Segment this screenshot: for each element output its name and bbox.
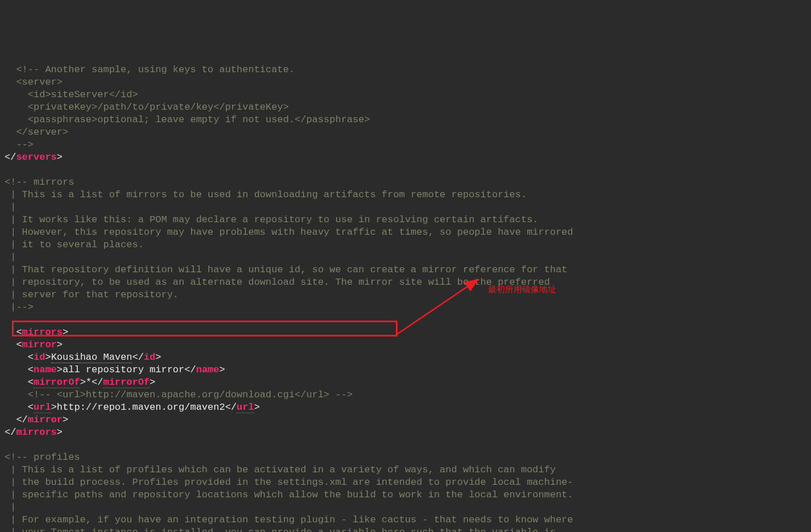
mirrors-close-tag: </mirrors> (5, 427, 63, 438)
mirror-url-line: <url>http://repo1.maven.org/maven2</url> (5, 402, 260, 413)
servers-close-tag: </servers> (5, 152, 63, 163)
mirror-open-tag: <mirror> (5, 339, 63, 350)
mirror-name-line: <name>all repository mirror</name> (5, 364, 225, 375)
comment-block-server: <!-- Another sample, using keys to authe… (5, 64, 370, 150)
comment-block-profiles: <!-- profiles | This is a list of profil… (5, 452, 573, 532)
mirror-commented-url: <!-- <url>http://maven.apache.org/downlo… (5, 389, 353, 400)
code-editor[interactable]: <!-- Another sample, using keys to authe… (0, 51, 811, 532)
mirror-mirrorof-line: <mirrorOf>*</mirrorOf> (5, 377, 155, 388)
mirror-id-line: <id>Kousihao Maven</id> (5, 352, 161, 363)
annotation-label: 最初所用镜像地址 (488, 283, 556, 296)
mirrors-open-tag: <mirrors> (5, 327, 68, 338)
mirror-close-tag: </mirror> (5, 414, 68, 425)
